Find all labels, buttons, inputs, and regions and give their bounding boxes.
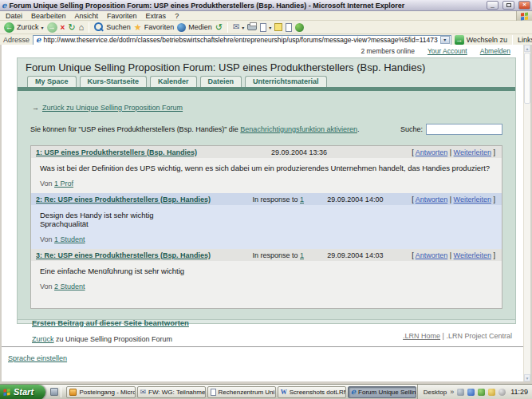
go-arrow-icon: → (455, 35, 464, 45)
bracket: [ (412, 251, 414, 259)
favorites-button[interactable]: ★ Favoriten (134, 23, 174, 32)
scroll-down-icon[interactable]: ▼ (524, 374, 530, 381)
author-link[interactable]: 2 Student (54, 282, 85, 290)
stop-button[interactable]: × (61, 23, 65, 32)
forward-button[interactable]: → (47, 22, 57, 33)
reply-first-link[interactable]: Ersten Beitrag auf dieser Seite beantwor… (32, 318, 189, 327)
address-url[interactable]: http://www.theservice.de/dotlrn/classes/… (43, 36, 437, 44)
notification-link[interactable]: Benachrichtigungsfunktion aktivieren (240, 125, 357, 133)
tab-my-space[interactable]: My Space (27, 76, 77, 87)
back-dropdown-icon[interactable]: ▾ (41, 25, 44, 30)
vertical-scrollbar[interactable]: ▲ ▼ (523, 45, 530, 381)
scroll-up-icon[interactable]: ▲ (524, 45, 530, 52)
links-toolbar[interactable]: Links » (518, 36, 532, 44)
toolbar-separator (89, 22, 89, 33)
start-button[interactable]: Start (0, 385, 45, 399)
search-input[interactable] (426, 124, 502, 135)
forward-link[interactable]: Weiterleiten (454, 148, 491, 156)
forward-link[interactable]: Weiterleiten (454, 196, 491, 203)
your-account-link[interactable]: Your Account (428, 47, 467, 55)
members-online: 2 members online (361, 47, 415, 55)
tray-icon[interactable] (457, 389, 464, 396)
back-to-forum-link[interactable]: Zurück zu Unique Selling Proposition For… (42, 104, 183, 112)
close-button[interactable]: × (518, 1, 530, 10)
address-input[interactable]: e http://www.theservice.de/dotlrn/classe… (33, 35, 451, 45)
desktop-toolbar-label[interactable]: Desktop (424, 389, 447, 396)
restore-button[interactable] (502, 1, 514, 10)
scrollbar-thumb[interactable] (524, 53, 530, 104)
forward-link[interactable]: Weiterleiten (454, 251, 491, 259)
author-link[interactable]: 1 Student (54, 235, 85, 243)
media-label: Medien (188, 23, 212, 31)
bracket: [ (412, 148, 414, 156)
response-ref-link[interactable]: 1 (300, 251, 304, 259)
tab-kurs-startseite[interactable]: Kurs-Startseite (80, 76, 148, 87)
taskbar-button-forum-active[interactable]: e Forum Unique Selling ... (348, 386, 416, 398)
menu-datei[interactable]: Datei (6, 12, 22, 20)
back-button[interactable]: ← Zurück ▾ (4, 22, 44, 33)
mail-button[interactable]: ✉ ▾ (233, 23, 244, 31)
lrn-page-box: Forum Unique Selling Proposition Forum: … (17, 57, 516, 320)
taskbar-button-rechenzentrum[interactable]: Rechenzentrum Uni K... (207, 386, 276, 398)
back-bottom-link[interactable]: Zurück (32, 335, 54, 343)
print-button[interactable] (247, 24, 257, 30)
media-button[interactable]: Medien (177, 23, 212, 32)
refresh-button[interactable]: ↻ (68, 23, 75, 32)
post-title-link[interactable]: 3: Re: USP eines Produktherstellers (Bsp… (36, 251, 252, 259)
taskbar-button-screenshots[interactable]: W Screenshots dotLRN.... (278, 386, 346, 398)
home-button[interactable]: ⌂ (79, 23, 85, 32)
taskbar-clock[interactable]: 11:29 (509, 388, 528, 396)
tray-icon[interactable] (478, 389, 485, 396)
menu-extras[interactable]: Extras (146, 12, 167, 20)
menu-hilfe[interactable]: ? (175, 12, 179, 20)
windows-logo (516, 11, 532, 21)
tray-chevron-icon[interactable]: » (450, 388, 454, 396)
author-prefix: Von (40, 235, 53, 243)
notify-suffix: . (357, 125, 360, 133)
menu-favoriten[interactable]: Favoriten (107, 12, 137, 20)
minimize-button[interactable]: _ (487, 1, 499, 10)
go-button[interactable]: → Wechseln zu (455, 35, 507, 45)
lrn-home-link[interactable]: .LRN Home (403, 332, 440, 340)
taskbar-button-mail-message[interactable]: ✉ FW: WG: Teilnahme v... (137, 386, 206, 398)
document-button[interactable] (286, 23, 292, 32)
logout-link[interactable]: Abmelden (480, 47, 510, 55)
reply-link[interactable]: Antworten (416, 196, 448, 203)
quick-launch-icon[interactable] (50, 388, 58, 396)
tray-clock-icon[interactable] (499, 389, 506, 396)
document-icon (211, 389, 216, 396)
messenger-button[interactable] (295, 23, 304, 32)
start-label: Start (14, 387, 33, 397)
menu-bearbeiten[interactable]: Bearbeiten (31, 12, 66, 20)
mail-dropdown-icon[interactable]: ▾ (242, 25, 244, 30)
discuss-button[interactable] (274, 23, 282, 31)
address-dropdown-icon[interactable]: ▾ (440, 36, 450, 44)
tray-icon[interactable] (488, 389, 495, 396)
response-ref-link[interactable]: 1 (300, 196, 304, 203)
menu-bar: Datei Bearbeiten Ansicht Favoriten Extra… (0, 11, 532, 21)
post-title-link[interactable]: 1: USP eines Produktherstellers (Bsp. Ha… (36, 148, 271, 156)
tab-dateien[interactable]: Dateien (200, 76, 242, 87)
taskbar-button-posteingang[interactable]: Posteingang - Micros... (66, 386, 135, 398)
post-title-link[interactable]: 2: Re: USP eines Produktherstellers (Bsp… (36, 196, 252, 203)
menu-ansicht[interactable]: Ansicht (75, 12, 99, 20)
search-button[interactable]: Suchen (94, 22, 131, 32)
post-header: 3: Re: USP eines Produktherstellers (Bsp… (31, 249, 502, 261)
reply-link[interactable]: Antworten (416, 251, 448, 259)
tab-unterrichtsmaterial[interactable]: Unterrichtsmaterial (245, 76, 327, 87)
language-link[interactable]: Sprache einstellen (8, 354, 67, 362)
post-actions: [ Antworten | Weiterleiten ] (412, 148, 495, 156)
taskbar-divider (61, 387, 61, 397)
post-body: Design des Handy ist sehr wichtig Sprach… (31, 205, 502, 249)
refresh-icon: ↻ (68, 23, 75, 32)
start-flag-icon (3, 389, 10, 396)
author-link[interactable]: 1 Prof (54, 180, 73, 188)
forum-content: → Zurück zu Unique Selling Proposition F… (17, 91, 516, 320)
messenger-icon (295, 23, 304, 32)
edit-dropdown-icon[interactable]: ▾ (269, 25, 271, 30)
tray-icon[interactable] (467, 389, 475, 396)
edit-button[interactable]: ▾ (260, 23, 271, 32)
tab-kalender[interactable]: Kalender (150, 76, 197, 87)
history-button[interactable]: ↺ (215, 23, 223, 32)
reply-link[interactable]: Antworten (416, 148, 448, 156)
